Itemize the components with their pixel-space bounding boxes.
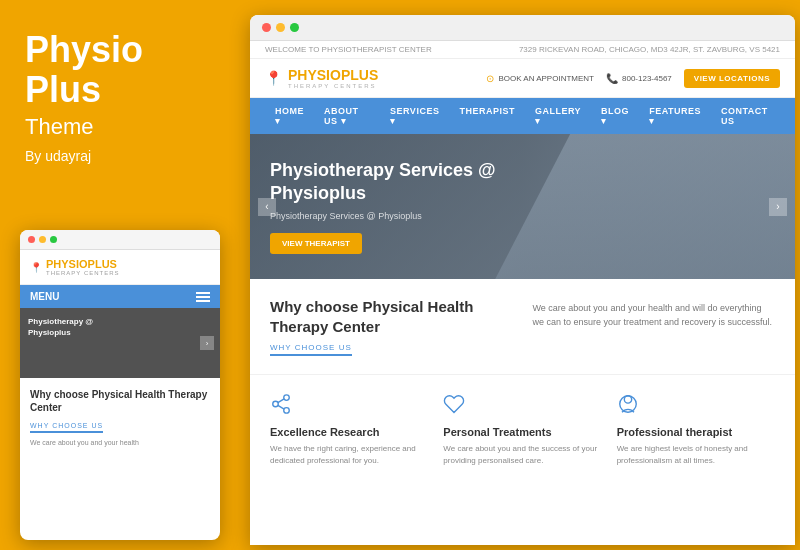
- browser-dot-yellow: [276, 23, 285, 32]
- mobile-hero-text: Physiotherapy @Physioplus: [28, 316, 93, 338]
- nav-about[interactable]: ABOUT US ▾: [314, 98, 380, 134]
- hamburger-icon[interactable]: [196, 292, 210, 302]
- mobile-hero-arrow-right[interactable]: ›: [200, 336, 214, 350]
- nav-services[interactable]: SERVICES ▾: [380, 98, 449, 134]
- site-header: 📍 PHYSIOPLUS THERAPY CENTERS ⊙ BOOK AN A…: [250, 59, 795, 98]
- features-section: Excellence Research We have the right ca…: [250, 374, 795, 490]
- browser-mockup: WELCOME TO PHYSIOTHERAPIST CENTER 7329 R…: [250, 15, 795, 545]
- feature-excellence: Excellence Research We have the right ca…: [270, 385, 428, 475]
- appointment-button[interactable]: ⊙ BOOK AN APPOINTMENT: [486, 73, 594, 84]
- mobile-logo-sub: THERAPY CENTERS: [46, 270, 120, 276]
- nav-contact[interactable]: CONTACT US: [711, 98, 780, 134]
- feature-professional-title: Professional therapist: [617, 426, 775, 438]
- browser-bar: [250, 15, 795, 41]
- feature-excellence-title: Excellence Research: [270, 426, 428, 438]
- mobile-menu-label[interactable]: MENU: [30, 291, 59, 302]
- why-section: Why choose Physical Health Therapy Cente…: [250, 279, 795, 374]
- why-heading: Why choose Physical Health Therapy Cente…: [270, 297, 513, 336]
- hero-content: Physiotherapy Services @ Physioplus Phys…: [250, 139, 540, 275]
- mobile-nav: MENU: [20, 285, 220, 308]
- theme-title: Physio Plus: [25, 30, 220, 109]
- nav-features[interactable]: FEATURES ▾: [639, 98, 711, 134]
- mobile-browser-bar: [20, 230, 220, 250]
- browser-dot-red: [262, 23, 271, 32]
- features-row: Excellence Research We have the right ca…: [270, 385, 775, 475]
- phone-icon: 📞: [606, 73, 618, 84]
- feature-personal: Personal Treatments We care about you an…: [443, 385, 601, 475]
- site-topbar: WELCOME TO PHYSIOTHERAPIST CENTER 7329 R…: [250, 41, 795, 59]
- hero-button[interactable]: VIEW THERAPIST: [270, 233, 362, 254]
- svg-line-4: [278, 399, 284, 403]
- left-panel: Physio Plus Theme By udayraj 📍 PHYSIOPLU…: [0, 0, 245, 550]
- nav-home[interactable]: HOME ▾: [265, 98, 314, 134]
- mobile-body-text: We care about you and your health: [30, 438, 210, 448]
- mobile-location-icon: 📍: [30, 262, 42, 273]
- site-nav: HOME ▾ ABOUT US ▾ SERVICES ▾ THERAPIST G…: [250, 98, 795, 134]
- hero-arrow-right[interactable]: ›: [769, 198, 787, 216]
- nav-therapist[interactable]: THERAPIST: [449, 98, 525, 134]
- heart-icon: [443, 393, 601, 420]
- person-icon: [617, 393, 775, 420]
- mobile-header: 📍 PHYSIOPLUS THERAPY CENTERS: [20, 250, 220, 285]
- svg-point-1: [273, 401, 279, 407]
- svg-point-2: [284, 408, 290, 414]
- mobile-dot-yellow: [39, 236, 46, 243]
- feature-excellence-desc: We have the right caring, experience and…: [270, 443, 428, 467]
- appointment-icon: ⊙: [486, 73, 494, 84]
- mobile-mockup: 📍 PHYSIOPLUS THERAPY CENTERS MENU Physio…: [20, 230, 220, 540]
- browser-dot-green: [290, 23, 299, 32]
- feature-professional: Professional therapist We are highest le…: [617, 385, 775, 475]
- feature-personal-desc: We care about you and the success of you…: [443, 443, 601, 467]
- view-locations-button[interactable]: VIEW LOCATIONS: [684, 69, 780, 88]
- why-row: Why choose Physical Health Therapy Cente…: [270, 297, 775, 356]
- why-left: Why choose Physical Health Therapy Cente…: [270, 297, 513, 356]
- mobile-why-label: WHY CHOOSE US: [30, 422, 103, 433]
- site-hero: ‹ Physiotherapy Services @ Physioplus Ph…: [250, 134, 795, 279]
- hero-arrow-left[interactable]: ‹: [258, 198, 276, 216]
- mobile-content: Why choose Physical Health Therapy Cente…: [20, 378, 220, 458]
- location-pin-icon: 📍: [265, 70, 282, 86]
- mobile-dot-green: [50, 236, 57, 243]
- hero-title: Physiotherapy Services @ Physioplus: [270, 159, 520, 206]
- share-icon: [270, 393, 428, 420]
- site-logo-name: PHYSIOPLUS: [288, 67, 378, 83]
- phone-button[interactable]: 📞 800-123-4567: [606, 73, 672, 84]
- feature-professional-desc: We are highest levels of honesty and pro…: [617, 443, 775, 467]
- theme-author: By udayraj: [25, 148, 220, 164]
- mobile-dot-red: [28, 236, 35, 243]
- hero-subtitle: Physiotherapy Services @ Physioplus: [270, 211, 520, 221]
- topbar-left: WELCOME TO PHYSIOTHERAPIST CENTER: [265, 45, 432, 54]
- mobile-hero: Physiotherapy @Physioplus ›: [20, 308, 220, 378]
- mobile-logo-text: PHYSIOPLUS: [46, 258, 120, 270]
- site-header-right: ⊙ BOOK AN APPOINTMENT 📞 800-123-4567 VIE…: [486, 69, 780, 88]
- theme-subtitle: Theme: [25, 114, 220, 140]
- site-logo: 📍 PHYSIOPLUS THERAPY CENTERS: [265, 67, 378, 89]
- why-right: We care about you and your health and wi…: [533, 297, 776, 356]
- site-logo-tagline: THERAPY CENTERS: [288, 83, 378, 89]
- nav-gallery[interactable]: GALLERY ▾: [525, 98, 591, 134]
- feature-personal-title: Personal Treatments: [443, 426, 601, 438]
- mobile-section-title: Why choose Physical Health Therapy Cente…: [30, 388, 210, 414]
- svg-point-0: [284, 395, 290, 401]
- why-label: WHY CHOOSE US: [270, 343, 352, 356]
- nav-blog[interactable]: BLOG ▾: [591, 98, 639, 134]
- topbar-right: 7329 RICKEVAN ROAD, CHICAGO, MD3 42JR, S…: [519, 45, 780, 54]
- svg-line-3: [278, 405, 284, 409]
- why-description: We care about you and your health and wi…: [533, 302, 776, 329]
